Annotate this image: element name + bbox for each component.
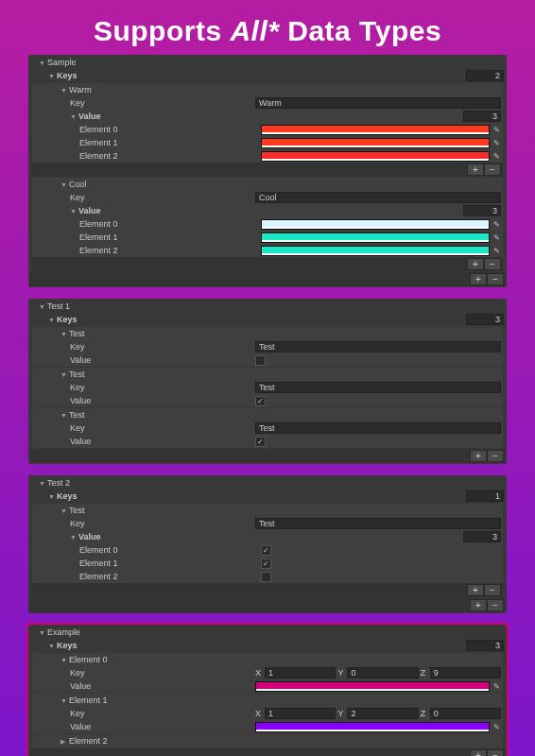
foldout-icon[interactable] <box>60 507 67 514</box>
list-item: Element 1✓ <box>32 557 503 570</box>
count-field[interactable]: 3 <box>466 314 504 325</box>
remove-button[interactable]: − <box>484 258 501 270</box>
vec-z-input[interactable]: 9 <box>430 667 501 679</box>
value-label: Value <box>78 112 101 121</box>
color-field[interactable] <box>261 125 490 135</box>
checkbox[interactable] <box>255 355 266 366</box>
foldout-icon[interactable] <box>48 73 55 79</box>
value-label: Value <box>78 206 101 215</box>
vec-z-label: Z <box>421 709 428 718</box>
add-button[interactable]: + <box>470 450 487 462</box>
foldout-icon[interactable] <box>39 303 45 310</box>
remove-button[interactable]: − <box>487 749 504 756</box>
panel-test1: Test 1 Keys3 Test KeyTest Value Test Key… <box>28 299 507 464</box>
foldout-icon[interactable] <box>70 208 77 215</box>
foldout-icon[interactable] <box>48 317 55 323</box>
vec-y-input[interactable]: 2 <box>347 708 418 719</box>
page-title: Supports All* Data Types <box>0 0 535 55</box>
count-field[interactable]: 3 <box>463 111 501 122</box>
section-label: Test 2 <box>47 478 70 488</box>
color-field[interactable] <box>261 151 490 162</box>
section-label: Example <box>47 627 80 637</box>
panel-example: Example Keys3 Element 0 Key X1 Y0 Z9 Val… <box>28 625 507 756</box>
eyedropper-icon[interactable]: ✎ <box>492 682 501 691</box>
eyedropper-icon[interactable]: ✎ <box>492 139 501 147</box>
foldout-icon[interactable] <box>48 493 55 500</box>
list-item: Element 0✎ <box>32 217 503 231</box>
vec-y-input[interactable]: 0 <box>347 667 418 679</box>
remove-button[interactable]: − <box>487 450 504 462</box>
remove-button[interactable]: − <box>487 599 504 611</box>
checkbox[interactable] <box>261 572 271 582</box>
foldout-icon[interactable] <box>60 331 67 337</box>
count-field[interactable]: 3 <box>463 531 501 542</box>
foldout-icon[interactable] <box>60 181 67 188</box>
foldout-icon[interactable] <box>60 87 67 94</box>
section-label: Test 1 <box>47 301 70 311</box>
key-input[interactable]: Cool <box>255 192 501 203</box>
eyedropper-icon[interactable]: ✎ <box>492 152 501 161</box>
remove-button[interactable]: − <box>484 163 501 176</box>
add-button[interactable]: + <box>470 599 487 611</box>
checkbox[interactable]: ✓ <box>261 545 271 556</box>
key-input[interactable]: Test <box>255 382 501 393</box>
section-label: Sample <box>47 58 77 67</box>
list-item: Test KeyTest Value✓ <box>32 368 503 407</box>
list-item: Test KeyTest Value✓ <box>32 408 503 448</box>
foldout-icon[interactable] <box>60 738 67 745</box>
keys-label: Keys <box>57 315 78 324</box>
vec-x-input[interactable]: 1 <box>265 708 336 719</box>
key-input[interactable]: Warm <box>255 97 501 109</box>
color-field[interactable] <box>255 722 490 732</box>
vec-z-label: Z <box>421 668 428 678</box>
panel-sample: Sample Keys2 Warm KeyWarm Value3 Element… <box>28 55 507 287</box>
count-field[interactable]: 2 <box>466 70 504 81</box>
add-button[interactable]: + <box>470 273 487 285</box>
add-button[interactable]: + <box>467 258 484 270</box>
color-field[interactable] <box>261 138 490 148</box>
add-button[interactable]: + <box>470 749 487 756</box>
count-field[interactable]: 3 <box>466 640 504 651</box>
count-field[interactable]: 3 <box>463 205 501 216</box>
color-field[interactable] <box>261 246 490 256</box>
eyedropper-icon[interactable]: ✎ <box>492 233 501 242</box>
checkbox[interactable]: ✓ <box>255 396 266 406</box>
foldout-icon[interactable] <box>60 412 67 419</box>
color-field[interactable] <box>261 232 490 243</box>
vec-z-input[interactable]: 0 <box>430 708 501 719</box>
count-field[interactable]: 1 <box>466 490 504 502</box>
key-input[interactable]: Test <box>255 422 501 434</box>
remove-button[interactable]: − <box>484 584 501 596</box>
foldout-icon[interactable] <box>60 697 67 704</box>
eyedropper-icon[interactable]: ✎ <box>492 220 501 229</box>
keys-label: Keys <box>57 71 78 80</box>
foldout-icon[interactable] <box>70 534 77 541</box>
key-label: Key <box>70 98 85 108</box>
foldout-icon[interactable] <box>70 113 77 120</box>
eyedropper-icon[interactable]: ✎ <box>492 247 501 255</box>
foldout-icon[interactable] <box>39 60 45 66</box>
list-item: Element 0✎ <box>32 123 503 136</box>
key-input[interactable]: Test <box>255 341 501 352</box>
foldout-icon[interactable] <box>60 371 67 378</box>
foldout-icon[interactable] <box>60 657 67 663</box>
color-field[interactable] <box>255 681 490 692</box>
key-input[interactable]: Test <box>255 518 501 529</box>
foldout-icon[interactable] <box>48 643 55 649</box>
color-field[interactable] <box>261 219 490 230</box>
list-item: Element 2 <box>32 570 503 583</box>
add-button[interactable]: + <box>467 584 484 596</box>
vec-x-input[interactable]: 1 <box>265 667 336 679</box>
foldout-icon[interactable] <box>39 629 45 636</box>
eyedropper-icon[interactable]: ✎ <box>492 723 501 731</box>
vec-x-label: X <box>255 709 263 718</box>
eyedropper-icon[interactable]: ✎ <box>492 126 501 134</box>
remove-button[interactable]: − <box>487 273 504 285</box>
list-item: Element 2 <box>32 734 503 747</box>
foldout-icon[interactable] <box>39 480 45 487</box>
list-item: Element 1✎ <box>32 136 503 149</box>
add-button[interactable]: + <box>467 163 484 176</box>
panel-test2: Test 2 Keys1 Test KeyTest Value3 Element… <box>28 475 507 613</box>
checkbox[interactable]: ✓ <box>255 437 266 447</box>
checkbox[interactable]: ✓ <box>261 558 271 569</box>
